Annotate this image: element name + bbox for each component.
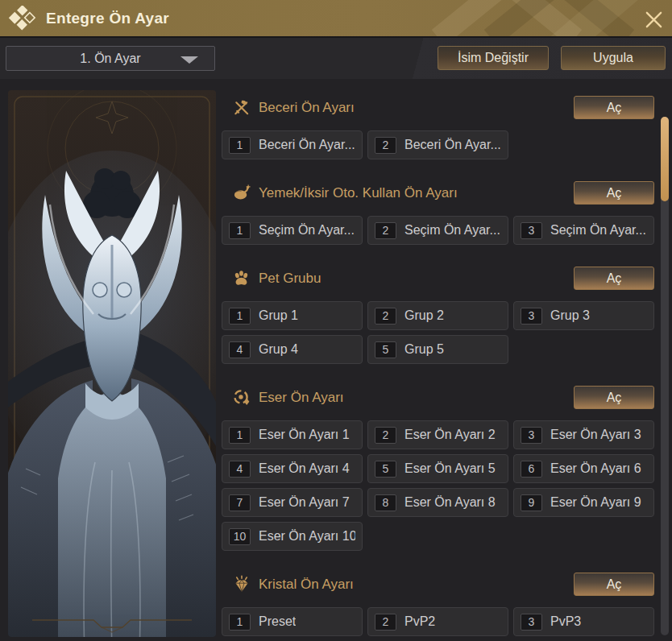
open-button[interactable]: Aç bbox=[574, 96, 654, 119]
preset-item-number: 5 bbox=[375, 461, 396, 478]
preset-item-number: 2 bbox=[375, 137, 396, 154]
preset-item-number: 9 bbox=[521, 494, 542, 511]
preset-item-label: Eser Ön Ayarı 3 bbox=[550, 428, 641, 442]
preset-item-number: 2 bbox=[375, 222, 396, 239]
toolbar: 1. Ön Ayar İsim Değiştir Uygula bbox=[0, 38, 672, 79]
preset-item-label: Grup 1 bbox=[259, 308, 298, 323]
section-title: Yemek/İksir Oto. Kullan Ön Ayarı bbox=[259, 185, 458, 201]
scrollbar-thumb[interactable] bbox=[661, 117, 669, 201]
titlebar-chevron-pattern bbox=[382, 0, 640, 38]
preset-item-number: 3 bbox=[521, 222, 542, 239]
preset-item[interactable]: 4 Eser Ön Ayarı 4 bbox=[222, 454, 363, 483]
section-title: Pet Grubu bbox=[259, 271, 321, 287]
rename-button[interactable]: İsim Değiştir bbox=[438, 46, 549, 70]
preset-item-label: Eser Ön Ayarı 4 bbox=[259, 461, 350, 476]
preset-item-label: Seçim Ön Ayar... bbox=[259, 223, 355, 238]
preset-item[interactable]: 3 Eser Ön Ayarı 3 bbox=[513, 420, 654, 449]
preset-item-number: 1 bbox=[229, 427, 251, 444]
section-crystal: Kristal Ön Ayarı Aç 1 Preset 2 PvP2 3 Pv… bbox=[222, 573, 654, 636]
preset-item-label: Grup 5 bbox=[404, 342, 444, 357]
preset-item[interactable]: 8 Eser Ön Ayarı 8 bbox=[367, 488, 508, 517]
character-portrait-image bbox=[8, 90, 216, 637]
open-button[interactable]: Aç bbox=[574, 386, 654, 409]
section-header: Pet Grubu Aç bbox=[222, 267, 654, 290]
section-title: Kristal Ön Ayarı bbox=[259, 577, 354, 593]
preset-item[interactable]: 4 Grup 4 bbox=[222, 335, 363, 364]
preset-item-grid: 1 Eser Ön Ayarı 1 2 Eser Ön Ayarı 2 3 Es… bbox=[222, 420, 654, 551]
preset-item[interactable]: 1 Preset bbox=[222, 607, 363, 636]
preset-item-number: 1 bbox=[229, 222, 251, 239]
content-area: Beceri Ön Ayarı Aç 1 Beceri Ön Ayar... 2… bbox=[0, 79, 672, 641]
open-button[interactable]: Aç bbox=[574, 267, 654, 290]
preset-item[interactable]: 1 Beceri Ön Ayar... bbox=[222, 130, 363, 159]
preset-item-number: 3 bbox=[521, 308, 542, 325]
preset-item[interactable]: 2 Beceri Ön Ayar... bbox=[367, 130, 508, 159]
preset-item-label: Eser Ön Ayarı 2 bbox=[404, 428, 496, 442]
preset-sections: Beceri Ön Ayarı Aç 1 Beceri Ön Ayar... 2… bbox=[222, 96, 654, 641]
section-artifact: Eser Ön Ayarı Aç 1 Eser Ön Ayarı 1 2 Ese… bbox=[222, 386, 654, 551]
close-icon bbox=[644, 10, 664, 30]
character-portrait bbox=[8, 90, 216, 637]
preset-item-grid: 1 Grup 1 2 Grup 2 3 Grup 3 4 Grup 4 5 Gr… bbox=[222, 301, 654, 364]
preset-item[interactable]: 6 Eser Ön Ayarı 6 bbox=[513, 454, 654, 483]
section-header: Kristal Ön Ayarı Aç bbox=[222, 573, 654, 596]
scrollbar-track[interactable] bbox=[661, 117, 669, 635]
preset-item-number: 3 bbox=[521, 614, 542, 631]
preset-item-label: Eser Ön Ayarı 10 bbox=[259, 529, 355, 544]
preset-item[interactable]: 2 Eser Ön Ayarı 2 bbox=[367, 420, 508, 449]
preset-item-grid: 1 Beceri Ön Ayar... 2 Beceri Ön Ayar... bbox=[222, 130, 654, 159]
preset-item[interactable]: 3 PvP3 bbox=[513, 607, 654, 636]
section-paw: Pet Grubu Aç 1 Grup 1 2 Grup 2 3 Grup 3 … bbox=[222, 267, 654, 364]
preset-item[interactable]: 1 Eser Ön Ayarı 1 bbox=[222, 420, 363, 449]
preset-item-grid: 1 Preset 2 PvP2 3 PvP3 bbox=[222, 607, 654, 636]
preset-item-number: 1 bbox=[229, 308, 251, 325]
paw-icon bbox=[232, 269, 251, 288]
preset-item[interactable]: 1 Grup 1 bbox=[222, 301, 363, 330]
preset-item-number: 1 bbox=[229, 137, 251, 154]
preset-item[interactable]: 3 Seçim Ön Ayar... bbox=[513, 216, 654, 245]
preset-item-number: 7 bbox=[229, 494, 251, 511]
preset-item[interactable]: 2 PvP2 bbox=[367, 607, 508, 636]
preset-dropdown[interactable]: 1. Ön Ayar bbox=[6, 46, 215, 71]
preset-item-grid: 1 Seçim Ön Ayar... 2 Seçim Ön Ayar... 3 … bbox=[222, 216, 654, 245]
preset-item-label: Eser Ön Ayarı 8 bbox=[404, 495, 496, 510]
close-button[interactable] bbox=[641, 7, 666, 31]
entegre-on-ayar-window: Entegre Ön Ayar 1. Ön Ayar İsim Değiştir… bbox=[0, 0, 672, 641]
preset-item-label: Preset bbox=[259, 614, 296, 629]
preset-item[interactable]: 5 Eser Ön Ayarı 5 bbox=[367, 454, 508, 483]
preset-item-number: 3 bbox=[521, 427, 542, 444]
preset-item[interactable]: 2 Grup 2 bbox=[367, 301, 508, 330]
preset-item-label: Beceri Ön Ayar... bbox=[259, 138, 355, 152]
preset-item-label: Seçim Ön Ayar... bbox=[550, 223, 646, 238]
preset-item[interactable]: 5 Grup 5 bbox=[367, 335, 508, 364]
preset-item[interactable]: 3 Grup 3 bbox=[513, 301, 654, 330]
preset-item-number: 4 bbox=[229, 461, 251, 478]
window-title: Entegre Ön Ayar bbox=[46, 10, 169, 27]
preset-item-number: 4 bbox=[229, 341, 251, 358]
preset-item-label: PvP3 bbox=[550, 614, 581, 629]
preset-item[interactable]: 10 Eser Ön Ayarı 10 bbox=[222, 522, 363, 551]
titlebar: Entegre Ön Ayar bbox=[0, 0, 672, 38]
section-crossed-axes: Beceri Ön Ayarı Aç 1 Beceri Ön Ayar... 2… bbox=[222, 96, 654, 159]
preset-item-label: Eser Ön Ayarı 7 bbox=[259, 495, 350, 510]
section-food: Yemek/İksir Oto. Kullan Ön Ayarı Aç 1 Se… bbox=[222, 181, 654, 245]
preset-item[interactable]: 2 Seçim Ön Ayar... bbox=[367, 216, 508, 245]
section-header: Eser Ön Ayarı Aç bbox=[222, 386, 654, 409]
preset-item[interactable]: 7 Eser Ön Ayarı 7 bbox=[222, 488, 363, 517]
preset-item-number: 2 bbox=[375, 614, 396, 631]
crystal-icon bbox=[232, 575, 251, 594]
preset-item[interactable]: 1 Seçim Ön Ayar... bbox=[222, 216, 363, 245]
preset-item-number: 6 bbox=[521, 461, 542, 478]
apply-button[interactable]: Uygula bbox=[561, 46, 666, 70]
open-button[interactable]: Aç bbox=[574, 181, 654, 205]
preset-item-number: 5 bbox=[375, 341, 396, 358]
preset-item-label: Eser Ön Ayarı 1 bbox=[259, 428, 350, 442]
preset-item-number: 1 bbox=[229, 614, 251, 631]
preset-logo-icon bbox=[8, 6, 37, 31]
preset-item-number: 2 bbox=[375, 308, 396, 325]
preset-item-label: Grup 4 bbox=[259, 342, 298, 357]
food-icon bbox=[232, 184, 251, 203]
preset-item-label: Eser Ön Ayarı 5 bbox=[404, 461, 496, 476]
preset-item[interactable]: 9 Eser Ön Ayarı 9 bbox=[513, 488, 654, 517]
open-button[interactable]: Aç bbox=[574, 573, 654, 596]
